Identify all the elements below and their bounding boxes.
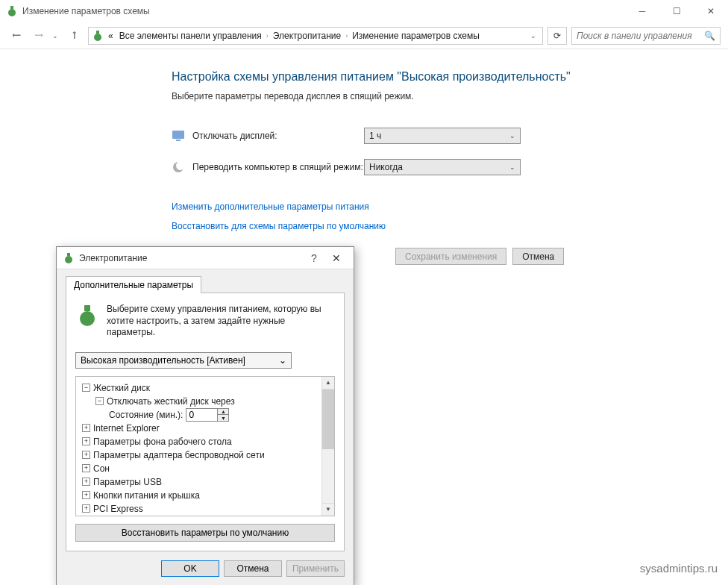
page-title: Настройка схемы управления питанием "Выс… xyxy=(172,70,698,84)
power-plan-icon xyxy=(75,304,99,328)
search-input[interactable] xyxy=(577,31,704,41)
page-subtitle: Выберите параметры перевода дисплея в сп… xyxy=(172,91,698,101)
svg-rect-9 xyxy=(67,253,70,256)
sleep-combo[interactable]: Никогда ⌄ xyxy=(364,159,521,175)
chevron-right-icon: › xyxy=(345,32,348,40)
display-off-value: 1 ч xyxy=(369,131,381,141)
scroll-down-button[interactable]: ▼ xyxy=(322,503,334,516)
restore-defaults-button[interactable]: Восстановить параметры по умолчанию xyxy=(75,524,335,542)
tab-panel: Выберите схему управления питанием, кото… xyxy=(66,292,345,551)
tree-item-desktop-bg[interactable]: +Параметры фона рабочего стола xyxy=(79,435,318,448)
svg-point-8 xyxy=(65,256,72,263)
setting-row-sleep: Переводить компьютер в спящий режим: Ник… xyxy=(172,154,698,181)
moon-icon xyxy=(172,160,185,174)
address-bar[interactable]: « Все элементы панели управления › Элект… xyxy=(88,27,543,45)
advanced-settings-link[interactable]: Изменить дополнительные параметры питани… xyxy=(172,201,698,212)
scheme-combo-value: Высокая производительность [Активен] xyxy=(81,355,245,366)
display-off-label: Отключать дисплей: xyxy=(192,131,364,141)
tree-item-buttons-lid[interactable]: +Кнопки питания и крышка xyxy=(79,489,318,502)
breadcrumb[interactable]: Электропитание xyxy=(272,31,342,41)
tree-item-wifi[interactable]: +Параметры адаптера беспроводной сети xyxy=(79,448,318,462)
scroll-up-button[interactable]: ▲ xyxy=(322,377,334,390)
explorer-toolbar: 🠔 🠖 ⌄ 🠕 « Все элементы панели управления… xyxy=(0,22,728,49)
search-box[interactable]: 🔍 xyxy=(571,27,721,45)
chevron-right-icon: › xyxy=(266,32,269,40)
breadcrumb[interactable]: Все элементы панели управления xyxy=(118,31,263,41)
spin-up[interactable]: ▲ xyxy=(218,409,228,416)
spin-down[interactable]: ▼ xyxy=(218,415,228,421)
history-dropdown[interactable]: ⌄ xyxy=(52,32,58,40)
tree-item-hdd-off[interactable]: −Отключать жесткий диск через xyxy=(79,395,318,408)
tree-item-pci[interactable]: +PCI Express xyxy=(79,502,318,516)
cancel-button[interactable]: Отмена xyxy=(512,248,564,265)
svg-point-2 xyxy=(94,34,101,41)
minutes-spinner[interactable]: ▲▼ xyxy=(186,408,229,422)
tree-item-sleep[interactable]: +Сон xyxy=(79,462,318,475)
expand-icon[interactable]: + xyxy=(82,451,90,459)
dialog-help-button[interactable]: ? xyxy=(303,252,325,264)
scheme-combo[interactable]: Высокая производительность [Активен] ⌄ xyxy=(75,352,292,369)
sleep-value: Никогда xyxy=(369,162,403,172)
expand-icon[interactable]: + xyxy=(82,478,90,486)
tab-advanced[interactable]: Дополнительные параметры xyxy=(66,276,201,293)
tree-item-hdd-state[interactable]: Состояние (мин.): ▲▼ xyxy=(79,408,318,422)
minutes-input[interactable] xyxy=(186,409,218,421)
expand-icon[interactable]: + xyxy=(82,424,90,432)
address-dropdown[interactable]: ⌄ xyxy=(527,32,539,40)
footer-buttons: Сохранить изменения Отмена xyxy=(395,248,564,265)
dialog-cancel-button[interactable]: Отмена xyxy=(224,560,282,577)
close-button[interactable]: ✕ xyxy=(694,0,728,22)
power-options-dialog: Электропитание ? ✕ Дополнительные параме… xyxy=(56,246,354,585)
save-button[interactable]: Сохранить изменения xyxy=(395,248,506,265)
svg-point-0 xyxy=(8,9,16,16)
display-off-combo[interactable]: 1 ч ⌄ xyxy=(364,128,521,144)
collapse-icon[interactable]: − xyxy=(95,397,104,405)
back-button[interactable]: 🠔 xyxy=(7,27,25,45)
expand-icon[interactable]: + xyxy=(82,437,90,445)
links-section: Изменить дополнительные параметры питани… xyxy=(172,201,698,231)
tree-item-ie[interactable]: +Internet Explorer xyxy=(79,422,318,435)
up-button[interactable]: 🠕 xyxy=(66,27,84,45)
window-titlebar: Изменение параметров схемы ─ ☐ ✕ xyxy=(0,0,728,22)
maximize-button[interactable]: ☐ xyxy=(659,0,694,22)
svg-point-10 xyxy=(80,311,95,326)
apply-button[interactable]: Применить xyxy=(286,560,345,577)
tree-item-usb[interactable]: +Параметры USB xyxy=(79,475,318,489)
dialog-titlebar: Электропитание ? ✕ xyxy=(57,247,354,269)
tree-item-hdd[interactable]: −Жесткий диск xyxy=(79,381,318,395)
expand-icon[interactable]: + xyxy=(82,464,90,472)
dialog-close-button[interactable]: ✕ xyxy=(325,252,348,264)
dialog-info-text: Выберите схему управления питанием, кото… xyxy=(107,304,335,339)
dialog-title: Электропитание xyxy=(79,253,303,263)
dialog-footer: OK Отмена Применить xyxy=(66,551,345,577)
svg-rect-4 xyxy=(172,131,184,139)
sleep-label: Переводить компьютер в спящий режим: xyxy=(192,162,364,172)
collapse-icon[interactable]: − xyxy=(82,384,90,392)
svg-rect-11 xyxy=(84,305,90,311)
tree-scrollbar[interactable]: ▲ ▼ xyxy=(321,377,334,516)
setting-row-display-off: Отключать дисплей: 1 ч ⌄ xyxy=(172,122,698,149)
svg-rect-3 xyxy=(96,31,99,34)
svg-point-7 xyxy=(176,161,185,170)
power-options-icon xyxy=(6,5,18,17)
expand-icon[interactable]: + xyxy=(82,491,90,499)
search-icon[interactable]: 🔍 xyxy=(704,31,715,41)
svg-rect-5 xyxy=(176,140,181,141)
main-content: Настройка схемы управления питанием "Выс… xyxy=(0,49,728,231)
restore-defaults-link[interactable]: Восстановить для схемы параметры по умол… xyxy=(172,221,698,231)
tab-strip: Дополнительные параметры xyxy=(66,275,345,292)
forward-button[interactable]: 🠖 xyxy=(30,27,48,45)
refresh-button[interactable]: ⟳ xyxy=(547,27,567,45)
minimize-button[interactable]: ─ xyxy=(625,0,659,22)
breadcrumb[interactable]: Изменение параметров схемы xyxy=(351,31,481,41)
breadcrumb[interactable]: « xyxy=(107,31,115,41)
power-options-icon xyxy=(63,252,75,264)
settings-tree[interactable]: −Жесткий диск −Отключать жесткий диск че… xyxy=(76,377,321,516)
expand-icon[interactable]: + xyxy=(82,504,90,513)
watermark: sysadmintips.ru xyxy=(640,562,718,575)
settings-tree-container: −Жесткий диск −Отключать жесткий диск че… xyxy=(75,376,335,516)
chevron-down-icon: ⌄ xyxy=(279,355,286,366)
chevron-down-icon: ⌄ xyxy=(509,163,515,171)
ok-button[interactable]: OK xyxy=(161,560,219,577)
scroll-thumb[interactable] xyxy=(322,390,334,449)
